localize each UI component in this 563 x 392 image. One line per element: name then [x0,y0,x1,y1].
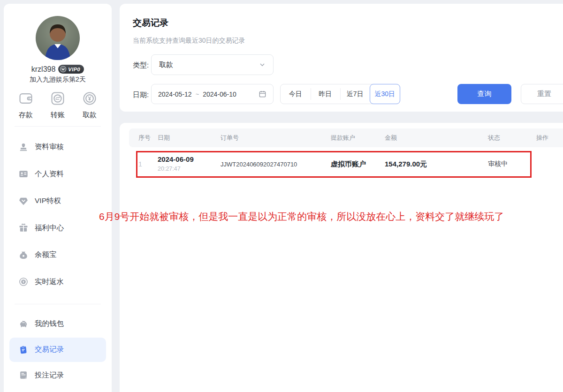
row-date-time: 20:27:47 [158,166,181,172]
transfer-button[interactable]: 转账 [44,90,71,120]
vip-badge[interactable]: VIP0 [58,65,84,74]
withdraw-icon [81,90,99,107]
withdraw-button[interactable]: 取款 [76,90,103,120]
sidebar-menu-wallet: 我的钱包 交易记录 [4,310,112,389]
transfer-icon [49,90,67,107]
search-button[interactable]: 查询 [457,84,511,104]
col-order-no: 订单号 [221,134,331,142]
date-separator: ~ [196,90,199,98]
withdraw-label: 取款 [83,111,97,120]
piggy-bank-icon [18,318,29,329]
avatar[interactable] [36,16,80,60]
transfer-label: 转账 [51,111,65,120]
divider [15,126,101,127]
range-7days-button[interactable]: 近7日 [340,84,370,104]
id-card-icon [18,169,29,180]
red-annotation-text: 6月9号开始就被审核，但是我一直是以为正常的审核，所以没放在心上，资料交了就继续… [99,210,504,223]
records-table-panel: 序号 日期 订单号 提款账户 金额 状态 操作 1 2024-06-09 20:… [120,123,563,392]
row-order-no: JJWT202406092027470710 [221,161,331,168]
sidebar-item-label: VIP特权 [35,196,61,206]
sidebar-item-label: 余额宝 [35,250,57,260]
money-bag-icon [18,249,29,260]
sidebar-item-benefits[interactable]: 福利中心 [4,215,112,242]
calendar-icon [259,90,266,98]
type-select[interactable]: 取款 [151,54,274,75]
date-filter-label: 日期: [133,90,149,99]
sidebar-item-label: 我的钱包 [35,319,64,329]
sidebar-item-transaction-records[interactable]: 交易记录 [9,338,106,362]
sidebar-menu: 资料审核 个人资料 [4,134,112,295]
join-info: 加入九游娱乐第2天 [4,75,112,84]
sidebar-item-label: 资料审核 [35,142,64,152]
row-date-day: 2024-06-09 [158,155,194,163]
row-index: 1 [138,160,158,168]
avatar-photo-placeholder [36,16,80,60]
chevron-down-icon [259,61,266,68]
sidebar-item-vip[interactable]: VIP特权 [4,188,112,215]
sidebar-item-personal-info[interactable]: 个人资料 [4,161,112,188]
sidebar-item-label: 个人资料 [35,169,64,179]
row-status-badge: 审核中 [488,160,536,168]
sidebar-item-label: 福利中心 [35,223,64,233]
page-subtitle: 当前系统支持查询最近30日的交易记录 [133,37,245,45]
sidebar-item-label: 交易记录 [35,345,64,354]
sidebar: krzl398 VIP0 加入九游娱乐第2天 [4,4,112,392]
range-30days-button[interactable]: 近30日 [370,84,401,104]
table-row[interactable]: 1 2024-06-09 20:27:47 JJWT20240609202747… [129,147,563,181]
date-range-input[interactable]: 2024-05-12 ~ 2024-06-10 [151,84,274,104]
transaction-records-page: krzl398 VIP0 加入九游娱乐第2天 [0,0,563,392]
row-date: 2024-06-09 20:27:47 [158,155,221,173]
row-amount: 154,279.00元 [385,160,488,169]
type-select-value: 取款 [159,60,259,69]
filter-panel: 交易记录 当前系统支持查询最近30日的交易记录 类型: 取款 日期: 2024-… [120,4,563,112]
stamp-icon [18,142,29,152]
gift-icon [18,223,29,234]
clipboard-icon [18,344,29,355]
page-title: 交易记录 [133,17,168,29]
quick-actions: 存款 转账 [12,90,103,120]
vip-level-text: VIP0 [68,67,80,72]
vip-shield-icon [60,66,67,73]
type-filter-label: 类型: [133,61,149,70]
notebook-icon [18,370,29,381]
user-row: krzl398 VIP0 [4,65,112,74]
sidebar-item-betting-records[interactable]: 投注记录 [4,362,112,389]
sidebar-item-yuebao[interactable]: 余额宝 [4,241,112,269]
col-status: 状态 [488,134,536,142]
col-index: 序号 [138,134,158,142]
date-start: 2024-05-12 [158,90,192,98]
sidebar-item-profile-review[interactable]: 资料审核 [4,134,112,161]
col-account: 提款账户 [331,134,385,142]
username: krzl398 [31,65,56,74]
table-header-row: 序号 日期 订单号 提款账户 金额 状态 操作 [129,128,563,147]
vip-gem-icon [18,196,29,206]
sidebar-item-label: 投注记录 [35,370,64,380]
range-yesterday-button[interactable]: 昨日 [311,84,341,104]
range-today-button[interactable]: 今日 [281,84,311,104]
wallet-icon [17,90,35,107]
col-action: 操作 [536,134,563,142]
rebate-icon [18,277,29,287]
col-date: 日期 [158,134,221,142]
col-amount: 金额 [385,134,488,142]
sidebar-item-my-wallet[interactable]: 我的钱包 [4,310,112,338]
sidebar-item-rebate[interactable]: 实时返水 [4,269,112,296]
deposit-label: 存款 [19,111,33,120]
quick-range-group: 今日 昨日 近7日 近30日 [280,84,400,104]
reset-button[interactable]: 重置 [521,84,563,104]
divider [15,304,101,304]
row-account: 虚拟币账户 [331,160,385,169]
sidebar-item-label: 实时返水 [35,277,64,287]
deposit-button[interactable]: 存款 [12,90,39,120]
date-end: 2024-06-10 [203,90,236,98]
